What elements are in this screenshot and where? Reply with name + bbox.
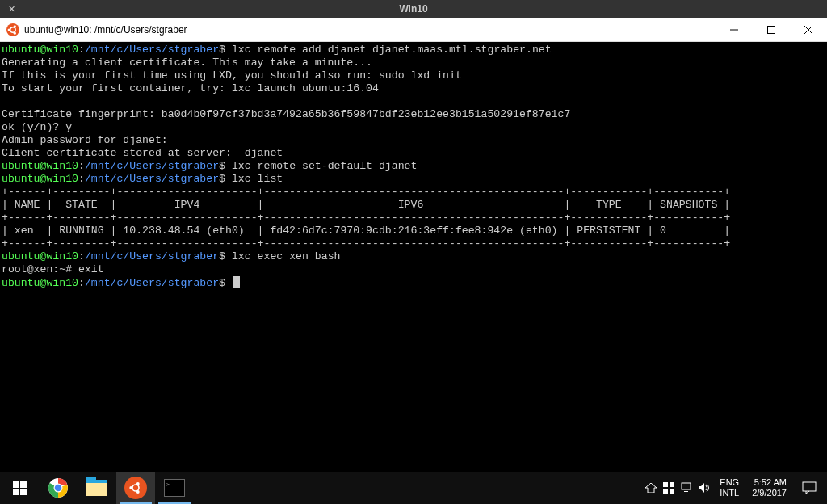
prompt-path: /mnt/c/Users/stgraber <box>85 44 219 56</box>
svg-point-19 <box>136 490 140 494</box>
cmd-exit: exit <box>78 263 104 275</box>
svg-point-3 <box>14 25 16 27</box>
table-header: | NAME | STATE | IPV4 | IPV6 | TYPE | SN… <box>2 199 730 211</box>
ubuntu-icon <box>124 477 147 499</box>
language-indicator[interactable]: ENG INTL <box>713 477 745 498</box>
taskbar-chrome[interactable] <box>39 472 78 504</box>
lang-secondary: INTL <box>720 488 739 498</box>
table-row: | xen | RUNNING | 10.238.48.54 (eth0) | … <box>2 225 730 237</box>
svg-point-17 <box>129 486 132 489</box>
tray-network-icon[interactable] <box>678 472 695 504</box>
output-line: Generating a client certificate. This ma… <box>2 57 372 69</box>
notification-icon <box>802 481 817 494</box>
table-border: +------+---------+----------------------… <box>2 212 730 224</box>
svg-rect-23 <box>663 489 668 494</box>
close-button[interactable] <box>790 18 827 42</box>
taskbar-right: ENG INTL 5:52 AM 2/9/2017 <box>642 472 827 504</box>
explorer-icon <box>86 480 107 496</box>
root-prompt: root@xen:~# <box>2 263 78 275</box>
svg-rect-26 <box>684 491 688 492</box>
table-border: +------+---------+----------------------… <box>2 237 730 250</box>
cmd-exec: lxc exec xen bash <box>225 250 340 262</box>
output-line: To start your first container, try: lxc … <box>2 82 379 94</box>
cmd-set-default: lxc remote set-default djanet <box>225 160 417 172</box>
cursor <box>233 276 240 288</box>
cmd-icon: >_ <box>164 479 185 497</box>
window-title: ubuntu@win10: /mnt/c/Users/stgraber <box>24 24 716 36</box>
tray-security-icon[interactable] <box>660 472 678 504</box>
taskbar-ubuntu[interactable] <box>116 472 155 504</box>
svg-point-15 <box>55 485 62 492</box>
windows-icon <box>13 481 27 495</box>
svg-rect-21 <box>663 482 668 487</box>
table-border: +------+---------+----------------------… <box>2 186 730 198</box>
svg-rect-11 <box>13 489 19 495</box>
svg-rect-27 <box>803 482 816 491</box>
vm-title: Win10 <box>399 3 427 15</box>
terminal[interactable]: ubuntu@win10:/mnt/c/Users/stgraber$ lxc … <box>0 42 827 473</box>
svg-point-16 <box>132 485 139 491</box>
svg-rect-12 <box>20 489 27 495</box>
minimize-button[interactable] <box>716 18 753 42</box>
clock-time: 5:52 AM <box>754 477 787 488</box>
start-button[interactable] <box>0 472 39 504</box>
maximize-button[interactable] <box>753 18 790 42</box>
taskbar-left: >_ <box>0 472 194 504</box>
svg-text:>_: >_ <box>166 481 173 486</box>
clock-date: 2/9/2017 <box>752 488 787 498</box>
window-titlebar[interactable]: ubuntu@win10: /mnt/c/Users/stgraber <box>0 18 827 42</box>
svg-rect-6 <box>768 26 775 33</box>
taskbar: >_ ENG INTL 5:52 AM 2/9/2017 <box>0 472 827 504</box>
vm-titlebar: ✕ Win10 <box>0 0 827 18</box>
output-line: ok (y/n)? y <box>2 121 72 133</box>
svg-rect-25 <box>682 483 691 489</box>
tray-volume-icon[interactable] <box>695 472 713 504</box>
svg-point-2 <box>8 28 10 31</box>
output-line: Client certificate stored at server: dja… <box>2 147 283 159</box>
action-center-button[interactable] <box>793 481 825 494</box>
taskbar-cmd[interactable]: >_ <box>155 472 194 504</box>
chrome-icon <box>48 477 69 498</box>
output-line: Certificate fingerprint: ba0d4b0f97cf37b… <box>2 108 570 120</box>
taskbar-explorer[interactable] <box>78 472 116 504</box>
svg-rect-22 <box>670 482 674 487</box>
tray-power-icon[interactable] <box>642 472 660 504</box>
lang-primary: ENG <box>720 477 739 488</box>
output-line: If this is your first time using LXD, yo… <box>2 69 462 82</box>
svg-rect-24 <box>670 489 674 494</box>
output-line: Admin password for djanet: <box>2 134 168 146</box>
svg-point-4 <box>14 32 16 34</box>
prompt-userhost: ubuntu@win10 <box>2 44 78 56</box>
clock[interactable]: 5:52 AM 2/9/2017 <box>745 477 793 498</box>
cmd-remote-add: lxc remote add djanet djanet.maas.mtl.st… <box>225 44 552 56</box>
ubuntu-icon <box>6 23 19 36</box>
vm-close-button[interactable]: ✕ <box>0 4 23 15</box>
svg-point-18 <box>136 482 140 485</box>
svg-rect-10 <box>20 481 27 488</box>
cmd-list: lxc list <box>225 173 283 185</box>
svg-rect-9 <box>13 481 19 488</box>
